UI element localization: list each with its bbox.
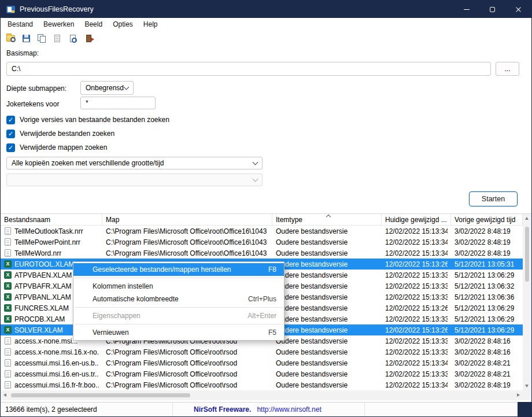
itemtype-cell: Oudere bestandsversie — [272, 313, 382, 324]
menu-item-shortcut: F8 — [268, 265, 276, 274]
doc-file-icon — [5, 249, 11, 257]
file-name-cell: TellMePowerPoint.nrr — [1, 237, 102, 248]
wildcard-label: Jokertekens voor — [6, 100, 59, 108]
file-name: EUROTOOL.XLAM — [14, 260, 74, 268]
checkbox-label: Verwijderde mappen zoeken — [20, 143, 107, 152]
table-row[interactable]: access.x-none.msi.16.x-no... C:\Program … — [1, 346, 523, 357]
depth-dropdown[interactable]: Onbegrensd — [80, 81, 134, 95]
scroll-up-icon[interactable] — [525, 217, 529, 220]
table-row[interactable]: TellMeWord.nrr C:\Program Files\Microsof… — [1, 248, 523, 259]
file-name: accessmui.msi.16.fr-fr.boo... — [14, 381, 99, 389]
file-name: ATPVBAFR.XLAM — [14, 282, 71, 290]
file-name: TellMeWord.nrr — [14, 249, 61, 257]
previous-time: 3/02/2022 8:48:19 — [455, 381, 511, 389]
scroll-down-icon[interactable] — [525, 385, 529, 388]
previous-time: 3/02/2022 8:48:21 — [455, 370, 511, 378]
previous-time-cell: 3/02/2022 8:48:16 — [451, 335, 523, 346]
previous-time: 5/12/2021 13:06:29 — [455, 326, 514, 334]
modified-time: 12/02/2022 15:13:26 — [385, 304, 448, 312]
column-header-itemtype[interactable]: Itemtype — [272, 214, 382, 225]
menu-item-refresh[interactable]: Vernieuwen F5 — [73, 326, 284, 339]
item-type: Oudere bestandsversie — [276, 293, 348, 301]
column-label: Vorige gewijzigd tijd — [455, 216, 515, 224]
checkbox-checked-icon: ✓ — [6, 116, 15, 124]
column-header-huidige-gewijzigd[interactable]: Huidige gewijzigd ... — [382, 214, 451, 225]
search-options-panel: Basismap: ... Diepte submappen: Onbegren… — [1, 1, 531, 213]
table-row[interactable]: TellMeOutlookTask.nrr C:\Program Files\M… — [1, 226, 523, 237]
item-type: Oudere bestandsversie — [276, 260, 348, 268]
table-row[interactable]: TellMePowerPoint.nrr C:\Program Files\Mi… — [1, 237, 523, 248]
column-label: Map — [106, 216, 119, 224]
map-cell: C:\Program Files\Microsoft Office\root\r… — [102, 357, 272, 368]
table-row[interactable]: accessmui.msi.16.fr-fr.boo... C:\Program… — [1, 379, 523, 390]
horizontal-scrollbar[interactable] — [1, 390, 523, 400]
file-name: accessmui.msi.16.en-us.b... — [14, 359, 99, 367]
modified-time: 12/02/2022 15:13:33 — [385, 315, 448, 323]
vertical-scrollbar[interactable] — [523, 214, 531, 390]
scroll-right-icon[interactable] — [517, 393, 520, 397]
modified-time: 12/02/2022 15:13:33 — [385, 293, 448, 301]
previous-time-cell: 3/02/2022 8:48:19 — [451, 226, 523, 237]
excel-file-icon — [4, 271, 12, 279]
menu-item-restore-selected[interactable]: Geselecteerde bestanden/mappen herstelle… — [73, 263, 284, 276]
modified-time-cell: 12/02/2022 15:13:33 — [382, 270, 451, 281]
previous-time: 3/02/2022 8:48:19 — [455, 238, 511, 246]
file-name-cell: TellMeOutlookTask.nrr — [1, 226, 102, 237]
map-path: C:\Program Files\Microsoft Office\root\r… — [106, 370, 237, 378]
previous-time: 3/02/2022 8:48:19 — [455, 227, 511, 235]
modified-time: 12/02/2022 15:13:34 — [385, 381, 448, 389]
previous-time: 5/12/2021 13:06:29 — [455, 315, 514, 323]
map-cell: C:\Program Files\Microsoft Office\root\O… — [102, 237, 272, 248]
column-header-map[interactable]: Map — [102, 214, 272, 225]
itemtype-cell: Oudere bestandsversie — [272, 302, 382, 313]
menu-separator — [75, 307, 283, 308]
chevron-down-icon — [124, 84, 130, 90]
horizontal-scrollbar-thumb[interactable] — [11, 393, 190, 397]
file-name-cell: TellMeWord.nrr — [1, 248, 102, 259]
resize-grip[interactable] — [518, 402, 531, 417]
depth-value: Onbegrensd — [86, 84, 124, 92]
file-name: TellMeOutlookTask.nrr — [14, 227, 83, 235]
vertical-scrollbar-thumb[interactable] — [525, 227, 529, 282]
modified-time-cell: 12/02/2022 15:13:26 — [382, 302, 451, 313]
browse-button[interactable]: ... — [496, 62, 519, 76]
menu-item-auto-column-width[interactable]: Automatische kolombreedte Ctrl+Plus — [73, 293, 284, 305]
item-count-text: 13666 item(s), 2 geselecteerd — [5, 405, 97, 414]
sort-ascending-icon — [326, 215, 331, 219]
start-button[interactable]: Starten — [469, 191, 518, 206]
file-name-cell: accessmui.msi.16.en-us.tr... — [1, 368, 102, 379]
menu-item-configure-columns[interactable]: Kolommen instellen — [73, 280, 284, 293]
base-folder-input[interactable] — [6, 62, 491, 76]
doc-file-icon — [5, 370, 11, 378]
excel-file-icon — [4, 260, 12, 268]
wildcard-input[interactable] — [80, 97, 156, 109]
map-path: C:\Program Files\Microsoft Office\root\O… — [106, 227, 267, 235]
table-row[interactable]: accessmui.msi.16.en-us.tr... C:\Program … — [1, 368, 523, 379]
itemtype-cell: Oudere bestandsversie — [272, 368, 382, 379]
modified-time: 12/02/2022 15:13:33 — [385, 348, 448, 356]
menu-item-label: Geselecteerde bestanden/mappen herstelle… — [93, 265, 231, 274]
modified-time-cell: 12/02/2022 15:13:33 — [382, 313, 451, 324]
excel-file-icon — [4, 282, 12, 290]
itemtype-cell: Oudere bestandsversie — [272, 259, 382, 270]
nirsoft-link[interactable]: http://www.nirsoft.net — [257, 405, 321, 414]
copies-mode-dropdown[interactable]: Alle kopieën zoeken met verschillende gr… — [6, 157, 263, 169]
previous-time: 5/12/2021 13:05:31 — [455, 260, 514, 268]
column-header-bestandsnaam[interactable]: Bestandsnaam — [1, 214, 102, 225]
previous-time-cell: 5/12/2021 13:06:29 — [451, 302, 523, 313]
checkbox-deleted-files[interactable]: ✓ Verwijderde bestanden zoeken — [6, 129, 114, 138]
column-header-vorige-gewijzigd[interactable]: Vorige gewijzigd tijd — [451, 214, 523, 225]
previous-time: 5/12/2021 13:06:32 — [455, 282, 514, 290]
item-type: Oudere bestandsversie — [276, 227, 348, 235]
file-name-cell: accessmui.msi.16.fr-fr.boo... — [1, 379, 102, 390]
itemtype-cell: Oudere bestandsversie — [272, 357, 382, 368]
modified-time-cell: 12/02/2022 15:13:34 — [382, 357, 451, 368]
scroll-left-icon[interactable] — [3, 393, 6, 397]
file-name: PROCDB.XLAM — [14, 315, 65, 323]
checkbox-previous-versions[interactable]: ✓ Vorige versies van bestaande bestanden… — [6, 115, 169, 124]
itemtype-cell: Oudere bestandsversie — [272, 248, 382, 259]
checkbox-deleted-folders[interactable]: ✓ Verwijderde mappen zoeken — [6, 143, 107, 152]
previous-time-cell: 3/02/2022 8:48:16 — [451, 346, 523, 357]
checkbox-checked-icon: ✓ — [6, 143, 15, 152]
table-row[interactable]: accessmui.msi.16.en-us.b... C:\Program F… — [1, 357, 523, 368]
